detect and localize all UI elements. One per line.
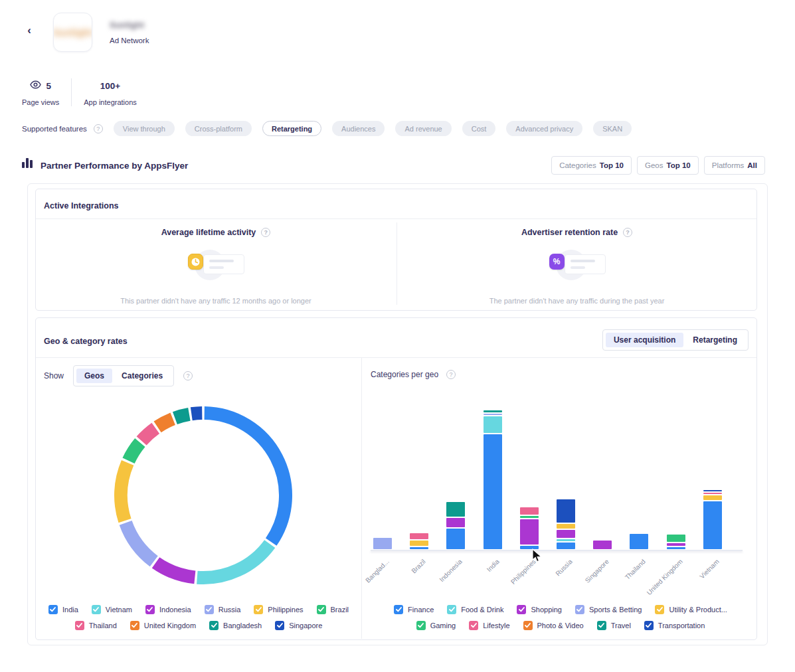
category-legend-item-utility-product-[interactable]: Utility & Product...	[655, 605, 727, 614]
geo-legend-item-brazil[interactable]: Brazil	[317, 605, 349, 614]
bar-segment-shopping	[557, 530, 575, 538]
geo-legend-item-bangladesh[interactable]: Bangladesh	[209, 621, 262, 630]
category-legend-item-finance[interactable]: Finance	[394, 605, 434, 614]
bar-segment-finance	[410, 547, 428, 549]
checkbox-checked-icon[interactable]	[416, 621, 426, 630]
category-legend-item-gaming[interactable]: Gaming	[416, 621, 456, 630]
checkbox-checked-icon[interactable]	[130, 621, 139, 630]
empty-state-illustration: %	[537, 249, 617, 281]
help-icon[interactable]: ?	[94, 124, 103, 133]
geo-legend-item-philippines[interactable]: Philippines	[254, 605, 303, 614]
geo-legend-item-thailand[interactable]: Thailand	[75, 621, 117, 630]
help-icon[interactable]: ?	[446, 370, 456, 379]
active-integrations-title: Active Integrations	[44, 201, 119, 210]
bar-russia[interactable]	[557, 499, 575, 549]
bar-united-kingdom[interactable]	[667, 535, 685, 549]
feature-chip-view-through[interactable]: View through	[114, 121, 175, 136]
back-button[interactable]: ‹	[23, 24, 36, 37]
category-legend-item-travel[interactable]: Travel	[597, 621, 631, 630]
category-legend-item-transportation[interactable]: Transportation	[644, 621, 705, 630]
donut-segment-philippines[interactable]	[121, 463, 128, 521]
checkbox-checked-icon[interactable]	[575, 605, 584, 614]
avg-lifetime-activity-panel: Average lifetime activity ? This partner…	[36, 222, 396, 305]
category-legend-item-sports-betting[interactable]: Sports & Betting	[575, 605, 642, 614]
feature-chip-cost[interactable]: Cost	[462, 121, 496, 136]
checkbox-checked-icon[interactable]	[517, 605, 526, 614]
geo-legend-item-vietnam[interactable]: Vietnam	[92, 605, 132, 614]
divider	[36, 218, 756, 219]
category-legend-item-lifestyle[interactable]: Lifestyle	[469, 621, 509, 630]
bar-thailand[interactable]	[630, 534, 648, 549]
show-toggle: GeosCategories	[73, 365, 174, 386]
geos-donut-chart[interactable]	[112, 404, 295, 587]
bar-brazil[interactable]	[410, 533, 428, 549]
filter-platforms[interactable]: PlatformsAll	[704, 156, 765, 175]
feature-chip-cross-platform[interactable]: Cross-platform	[185, 121, 252, 136]
geo-category-rates-title: Geo & category rates	[44, 337, 128, 346]
checkbox-checked-icon[interactable]	[75, 621, 84, 630]
app-integrations-value: 100+	[100, 81, 120, 91]
checkbox-checked-icon[interactable]	[644, 621, 654, 630]
section-title: Partner Performance by AppsFlyer	[41, 161, 188, 171]
category-legend-item-food-drink[interactable]: Food & Drink	[447, 605, 503, 614]
geo-legend-item-india[interactable]: India	[48, 605, 78, 614]
donut-segment-indonesia[interactable]	[156, 562, 195, 577]
bar-philippines[interactable]	[520, 507, 539, 549]
geo-legend-item-united-kingdom[interactable]: United Kingdom	[130, 621, 196, 630]
bar-india[interactable]	[484, 410, 502, 549]
checkbox-checked-icon[interactable]	[275, 621, 284, 630]
feature-chip-skan[interactable]: SKAN	[593, 121, 632, 136]
mode-toggle: User acquisitionRetargeting	[602, 329, 749, 351]
bar-vietnam[interactable]	[703, 490, 722, 549]
checkbox-checked-icon[interactable]	[469, 621, 478, 630]
bar-segment-finance	[703, 501, 722, 549]
checkbox-checked-icon[interactable]	[205, 605, 214, 614]
donut-segment-singapore[interactable]	[191, 413, 202, 414]
page-views-label: Page views	[22, 98, 59, 106]
checkbox-checked-icon[interactable]	[523, 621, 533, 630]
mode-user-acquisition[interactable]: User acquisition	[606, 333, 683, 347]
legend-label: Photo & Video	[537, 622, 584, 630]
checkbox-checked-icon[interactable]	[254, 605, 263, 614]
help-icon[interactable]: ?	[623, 228, 632, 237]
legend-label: Bangladesh	[223, 622, 262, 630]
feature-chip-ad-revenue[interactable]: Ad revenue	[395, 121, 451, 136]
show-geos[interactable]: Geos	[76, 369, 112, 383]
donut-segment-bangladesh[interactable]	[175, 414, 189, 418]
category-legend-item-shopping[interactable]: Shopping	[517, 605, 562, 614]
checkbox-checked-icon[interactable]	[145, 605, 155, 614]
filter-categories[interactable]: CategoriesTop 10	[551, 156, 632, 175]
help-icon[interactable]: ?	[261, 228, 270, 237]
donut-segment-thailand[interactable]	[141, 428, 155, 441]
checkbox-checked-icon[interactable]	[92, 605, 101, 614]
geo-legend-item-indonesia[interactable]: Indonesia	[145, 605, 191, 614]
donut-segment-brazil[interactable]	[129, 442, 140, 460]
checkbox-checked-icon[interactable]	[655, 605, 664, 614]
feature-chip-audiences[interactable]: Audiences	[332, 121, 385, 136]
show-categories[interactable]: Categories	[114, 369, 171, 383]
checkbox-checked-icon[interactable]	[317, 605, 326, 614]
bar-indonesia[interactable]	[446, 502, 465, 549]
donut-segment-india[interactable]	[205, 413, 286, 542]
help-icon[interactable]: ?	[183, 371, 193, 380]
bar-singapore[interactable]	[593, 541, 612, 549]
category-legend-item-photo-video[interactable]: Photo & Video	[523, 621, 584, 630]
geo-legend-item-russia[interactable]: Russia	[205, 605, 241, 614]
bar-banglad-[interactable]	[373, 538, 392, 549]
feature-chip-retargeting[interactable]: Retargeting	[262, 121, 321, 136]
filter-geos[interactable]: GeosTop 10	[637, 156, 699, 175]
categories-per-geo-chart[interactable]: Banglad...BrazilIndonesiaIndiaPhilippine…	[371, 398, 749, 550]
checkbox-checked-icon[interactable]	[48, 605, 58, 614]
legend-label: Vietnam	[106, 606, 132, 614]
donut-segment-russia[interactable]	[126, 523, 154, 561]
mode-retargeting[interactable]: Retargeting	[685, 333, 745, 347]
donut-segment-vietnam[interactable]	[197, 544, 270, 578]
checkbox-checked-icon[interactable]	[597, 621, 606, 630]
geo-legend-item-singapore[interactable]: Singapore	[275, 621, 322, 630]
feature-chip-advanced-privacy[interactable]: Advanced privacy	[506, 121, 582, 136]
checkbox-checked-icon[interactable]	[447, 605, 456, 614]
checkbox-checked-icon[interactable]	[394, 605, 403, 614]
donut-segment-united-kingdom[interactable]	[157, 419, 173, 427]
checkbox-checked-icon[interactable]	[209, 621, 219, 630]
bar-segment-lifestyle	[703, 493, 722, 494]
